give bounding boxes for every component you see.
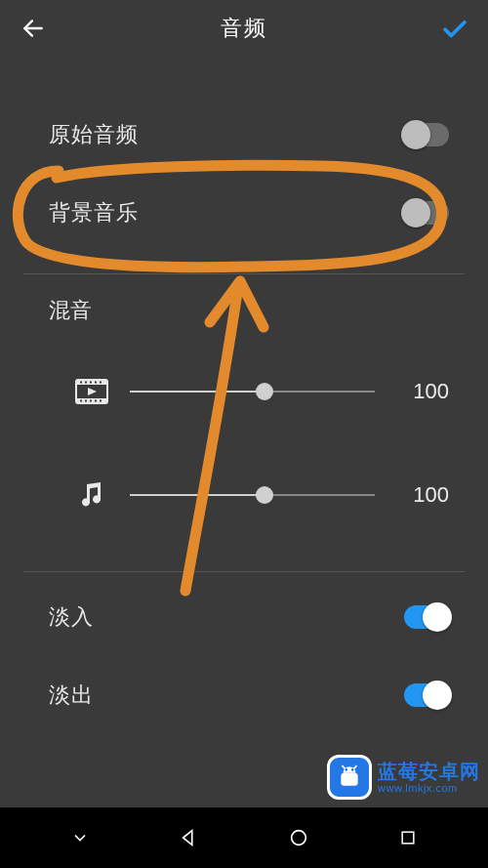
fade-in-label: 淡入	[49, 602, 94, 632]
mix-row-video: 100	[0, 354, 488, 429]
watermark-title: 蓝莓安卓网	[378, 761, 480, 782]
watermark-logo-icon	[327, 755, 372, 800]
music-volume-slider[interactable]	[130, 483, 375, 507]
film-icon	[73, 379, 110, 404]
back-arrow-icon	[20, 16, 46, 41]
confirm-button[interactable]	[439, 13, 470, 44]
svg-rect-12	[95, 400, 97, 402]
nav-home-icon	[288, 827, 309, 848]
svg-line-18	[342, 765, 345, 768]
toggle-knob	[401, 198, 430, 227]
svg-marker-20	[183, 831, 192, 846]
watermark: 蓝莓安卓网 www.lmkjx.com	[327, 755, 480, 800]
nav-recent-icon	[398, 828, 418, 847]
nav-back-icon	[179, 827, 200, 848]
svg-marker-14	[88, 388, 97, 395]
page-title: 音频	[221, 14, 267, 43]
svg-rect-7	[95, 382, 97, 384]
svg-rect-10	[85, 400, 87, 402]
menu-chevron-icon	[70, 828, 90, 847]
android-nav-bar	[0, 807, 488, 868]
fade-in-toggle[interactable]	[404, 605, 449, 629]
nav-menu-button[interactable]	[51, 818, 109, 857]
svg-rect-6	[90, 382, 92, 384]
fade-out-toggle[interactable]	[404, 683, 449, 707]
svg-rect-8	[100, 382, 102, 384]
svg-point-21	[292, 831, 306, 846]
background-music-toggle[interactable]	[404, 201, 449, 225]
original-audio-label: 原始音频	[49, 120, 139, 149]
toggle-knob	[423, 602, 452, 632]
svg-point-17	[351, 768, 354, 771]
svg-rect-13	[100, 400, 102, 402]
toggle-knob	[423, 681, 452, 710]
nav-home-button[interactable]	[269, 818, 328, 857]
svg-rect-4	[80, 382, 82, 384]
svg-rect-9	[80, 400, 82, 402]
svg-rect-22	[402, 832, 414, 844]
music-note-icon	[73, 480, 110, 510]
row-fade-in: 淡入	[0, 578, 488, 656]
video-volume-slider[interactable]	[130, 380, 375, 403]
svg-rect-15	[341, 773, 357, 786]
nav-back-button[interactable]	[160, 818, 219, 857]
svg-rect-5	[85, 382, 87, 384]
audio-settings-screen: 音频 原始音频 背景音乐 混音	[0, 0, 488, 868]
svg-point-16	[345, 768, 347, 771]
background-music-label: 背景音乐	[49, 198, 139, 227]
fade-out-label: 淡出	[49, 681, 94, 710]
video-volume-value: 100	[394, 379, 449, 404]
back-button[interactable]	[18, 13, 49, 44]
header-bar: 音频	[0, 0, 488, 57]
mix-section-title: 混音	[0, 274, 488, 354]
original-audio-toggle[interactable]	[404, 123, 449, 146]
row-original-audio: 原始音频	[0, 96, 488, 174]
row-fade-out: 淡出	[0, 656, 488, 734]
svg-rect-11	[90, 400, 92, 402]
music-volume-value: 100	[394, 482, 449, 508]
row-background-music: 背景音乐	[0, 174, 488, 252]
nav-recent-button[interactable]	[379, 818, 437, 857]
watermark-url: www.lmkjx.com	[378, 782, 480, 794]
mix-row-music: 100	[0, 458, 488, 532]
svg-line-19	[353, 765, 356, 768]
toggle-knob	[401, 120, 430, 149]
check-icon	[440, 14, 469, 43]
